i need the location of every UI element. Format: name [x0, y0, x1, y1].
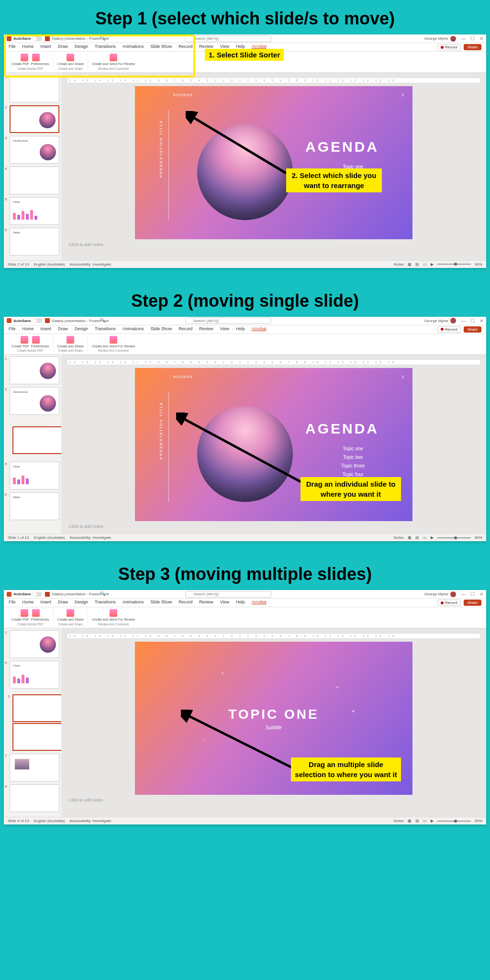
- thumb-dragging[interactable]: GALAXY: [9, 426, 61, 454]
- thumb-5[interactable]: 5Chart: [6, 462, 59, 490]
- minimize-icon[interactable]: —: [461, 591, 466, 597]
- search-input[interactable]: [185, 35, 271, 42]
- menu-help[interactable]: Help: [236, 600, 245, 606]
- close-icon[interactable]: ✕: [479, 591, 483, 597]
- notes-placeholder[interactable]: Click to add notes: [67, 239, 480, 250]
- create-pdf-icon[interactable]: [21, 54, 28, 61]
- minimize-icon[interactable]: —: [461, 318, 466, 323]
- thumb-2[interactable]: 2Introduction: [6, 387, 59, 415]
- menu-design[interactable]: Design: [75, 600, 88, 606]
- menu-file[interactable]: File: [9, 600, 16, 606]
- thumb-4[interactable]: 4TOPIC ONE: [6, 167, 59, 194]
- create-share-icon[interactable]: [67, 54, 74, 61]
- share-button[interactable]: Share: [464, 600, 481, 606]
- create-pdf-icon[interactable]: [21, 336, 28, 344]
- thumb-8[interactable]: 8TEAM: [6, 784, 59, 812]
- view-reading-icon[interactable]: ▭: [423, 819, 427, 823]
- menu-transitions[interactable]: Transitions: [95, 600, 116, 606]
- view-slideshow-icon[interactable]: ▶: [431, 819, 434, 823]
- view-normal-icon[interactable]: ▦: [408, 262, 412, 267]
- menu-draw[interactable]: Draw: [58, 326, 68, 333]
- menu-design[interactable]: Design: [75, 326, 88, 333]
- view-sorter-icon[interactable]: ▤: [415, 819, 419, 823]
- thumb-drag-a[interactable]: 3GALAXY: [9, 694, 61, 722]
- accessibility[interactable]: Accessibility: Investigate: [69, 262, 111, 267]
- close-icon[interactable]: ✕: [479, 318, 483, 323]
- notes-toggle[interactable]: Notes: [394, 262, 404, 267]
- thumb-2[interactable]: 2AGENDA: [6, 105, 59, 133]
- view-slideshow-icon[interactable]: ▶: [431, 535, 434, 540]
- send-review-icon[interactable]: [110, 609, 117, 617]
- menu-help[interactable]: Help: [236, 326, 245, 333]
- menu-record[interactable]: Record: [178, 600, 192, 606]
- menu-slideshow[interactable]: Slide Show: [150, 600, 172, 606]
- menu-view[interactable]: View: [220, 326, 229, 333]
- language[interactable]: English (Australia): [33, 819, 65, 823]
- menu-insert[interactable]: Insert: [41, 44, 52, 50]
- menu-insert[interactable]: Insert: [41, 600, 52, 606]
- preferences-icon[interactable]: [32, 54, 40, 61]
- menu-draw[interactable]: Draw: [58, 600, 68, 606]
- search-input[interactable]: [185, 591, 271, 598]
- thumb-5[interactable]: 5Chart: [6, 661, 59, 689]
- view-normal-icon[interactable]: ▦: [408, 819, 412, 823]
- close-icon[interactable]: ✕: [479, 36, 483, 41]
- user-area[interactable]: George Mylne: [424, 36, 456, 42]
- autosave-toggle[interactable]: [33, 592, 42, 597]
- menu-review[interactable]: Review: [199, 326, 213, 333]
- thumb-5[interactable]: 5Chart: [6, 197, 59, 225]
- menu-view[interactable]: View: [220, 600, 229, 606]
- menu-insert[interactable]: Insert: [41, 326, 52, 333]
- autosave-toggle[interactable]: [33, 318, 42, 323]
- thumb-7[interactable]: 7: [6, 754, 59, 781]
- menu-draw[interactable]: Draw: [58, 44, 68, 50]
- menu-slideshow[interactable]: Slide Show: [150, 326, 172, 333]
- view-reading-icon[interactable]: ▭: [423, 262, 427, 267]
- menu-animations[interactable]: Animations: [122, 600, 144, 606]
- view-reading-icon[interactable]: ▭: [423, 535, 427, 540]
- menu-transitions[interactable]: Transitions: [95, 44, 116, 50]
- search-input[interactable]: [185, 317, 271, 324]
- view-sorter-icon[interactable]: ▤: [415, 535, 419, 540]
- create-share-icon[interactable]: [67, 336, 74, 344]
- notes-placeholder[interactable]: Click to add notes: [67, 521, 480, 532]
- menu-file[interactable]: File: [9, 326, 16, 333]
- zoom-slider[interactable]: [437, 821, 471, 822]
- send-review-icon[interactable]: [110, 54, 117, 61]
- thumb-3[interactable]: 3Introduction: [6, 136, 59, 164]
- thumb-drag-b[interactable]: [9, 723, 61, 751]
- record-button[interactable]: Record: [437, 326, 461, 333]
- menu-home[interactable]: Home: [22, 44, 34, 50]
- menu-home[interactable]: Home: [22, 326, 34, 333]
- zoom-slider[interactable]: [437, 264, 471, 265]
- notes-toggle[interactable]: Notes: [394, 819, 404, 823]
- menu-animations[interactable]: Animations: [122, 44, 144, 50]
- view-normal-icon[interactable]: ▦: [408, 535, 412, 540]
- language[interactable]: English (Australia): [33, 262, 65, 267]
- user-area[interactable]: George Mylne: [424, 318, 456, 323]
- menu-file[interactable]: File: [9, 44, 16, 50]
- menu-home[interactable]: Home: [22, 600, 34, 606]
- thumb-1[interactable]: 1AGENDA: [6, 630, 59, 658]
- menu-review[interactable]: Review: [199, 600, 213, 606]
- maximize-icon[interactable]: ☐: [470, 591, 475, 597]
- view-slideshow-icon[interactable]: ▶: [431, 262, 434, 267]
- create-share-icon[interactable]: [67, 609, 74, 617]
- autosave-toggle[interactable]: [33, 36, 42, 41]
- view-sorter-icon[interactable]: ▤: [415, 262, 419, 267]
- menu-animations[interactable]: Animations: [122, 326, 144, 333]
- minimize-icon[interactable]: —: [461, 36, 466, 41]
- preferences-icon[interactable]: [32, 609, 40, 617]
- menu-acrobat[interactable]: Acrobat: [252, 600, 267, 606]
- menu-design[interactable]: Design: [75, 44, 88, 50]
- share-button[interactable]: Share: [464, 326, 481, 333]
- menu-record[interactable]: Record: [178, 44, 192, 50]
- menu-slideshow[interactable]: Slide Show: [150, 44, 172, 50]
- thumb-6[interactable]: 6Table: [6, 492, 59, 520]
- user-area[interactable]: George Mylne: [424, 591, 456, 597]
- accessibility[interactable]: Accessibility: Investigate: [69, 535, 111, 540]
- notes-toggle[interactable]: Notes: [394, 535, 404, 540]
- menu-acrobat[interactable]: Acrobat: [252, 326, 267, 333]
- thumb-1[interactable]: 1AGENDA: [6, 356, 59, 384]
- record-button[interactable]: Record: [437, 600, 461, 606]
